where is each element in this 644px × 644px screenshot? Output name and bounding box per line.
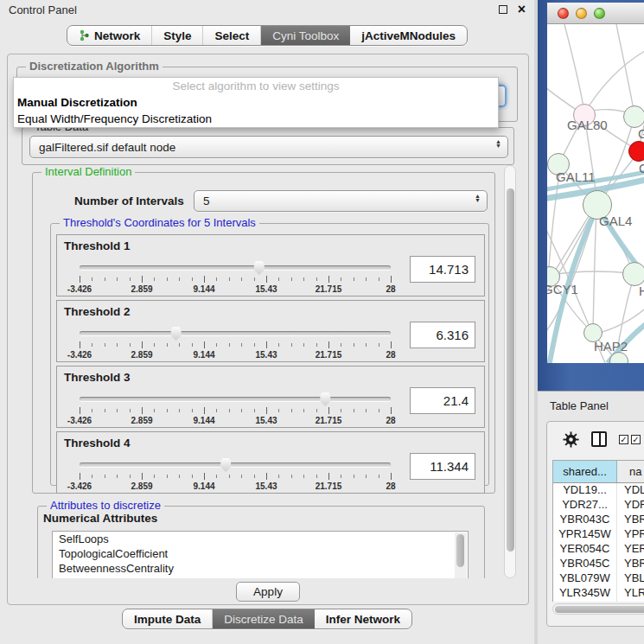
tab-style[interactable]: Style: [152, 26, 203, 45]
threshold-4-slider[interactable]: -3.4262.8599.14415.4321.71528: [80, 456, 391, 491]
table-panel-toolbar: ✓ ✓: [547, 422, 644, 456]
tab-cyni-toolbox[interactable]: Cyni Toolbox: [261, 26, 350, 45]
dropdown-item-equal-width-frequency[interactable]: Equal Width/Frequency Discretization: [14, 111, 498, 127]
table-cell: YPR1: [617, 527, 644, 542]
table-row[interactable]: YPR145WYPR1: [553, 527, 644, 542]
threshold-1-slider[interactable]: -3.4262.8599.14415.4321.71528: [80, 259, 391, 294]
attributes-list-scrollbar[interactable]: [455, 532, 467, 578]
slider-tick-labels: -3.4262.8599.14415.4321.71528: [80, 284, 391, 294]
node-attribute-table: shared... na YDL19...YDL1 YDR27...YDR2 Y…: [552, 460, 644, 602]
tab-discretize-data[interactable]: Discretize Data: [213, 609, 315, 628]
table-row[interactable]: YIL052CYIL0: [553, 601, 644, 602]
tab-cyni-toolbox-label: Cyni Toolbox: [272, 29, 339, 42]
table-row[interactable]: YER054CYER0: [553, 542, 644, 557]
table-cell: YDR2: [617, 498, 644, 513]
network-node-selected[interactable]: [628, 141, 644, 162]
checkbox-checked-icon: ✓: [619, 435, 628, 444]
threshold-2-label: Threshold 2: [64, 305, 131, 318]
table-horizontal-scrollbar[interactable]: [552, 603, 644, 615]
checkbox-checked-icon: ✓: [631, 435, 641, 444]
table-cell: YER054C: [553, 542, 617, 557]
slider-ticks: [80, 276, 391, 284]
tab-discretize-data-label: Discretize Data: [224, 613, 303, 626]
minimize-traffic-light-icon[interactable]: [576, 8, 587, 19]
list-item[interactable]: TopologicalCoefficient: [53, 546, 468, 561]
node-label: H: [639, 284, 644, 298]
float-window-icon[interactable]: [499, 5, 507, 14]
slider-ticks: [80, 473, 391, 481]
threshold-1-label: Threshold 1: [64, 239, 131, 252]
tab-impute-data-label: Impute Data: [134, 613, 201, 626]
threshold-2-slider[interactable]: -3.4262.8599.14415.4321.71528: [80, 325, 391, 360]
tab-jactivemnodules[interactable]: jActiveMNodules: [350, 26, 467, 45]
threshold-2-panel: Threshold 2 -3.4262.8599.14415.4321.7152…: [56, 300, 485, 362]
column-visibility-icons[interactable]: ✓ ✓: [619, 435, 641, 444]
threshold-3-value-field[interactable]: 21.4: [410, 387, 475, 414]
threshold-3-label: Threshold 3: [64, 371, 131, 384]
tab-impute-data[interactable]: Impute Data: [123, 609, 213, 628]
table-row[interactable]: YBR045CYBR0: [553, 557, 644, 571]
node-label: GCY1: [547, 282, 578, 296]
slider-track[interactable]: [80, 265, 391, 270]
table-data-combobox-value: galFiltered.sif default node: [39, 141, 175, 154]
table-row[interactable]: YDR27...YDR2: [553, 498, 644, 513]
threshold-3-slider[interactable]: -3.4262.8599.14415.4321.71528: [80, 391, 391, 425]
table-cell: YDL1: [617, 483, 644, 498]
scrollbar-thumb[interactable]: [456, 534, 464, 567]
discretization-algorithm-group-title: Discretization Algorithm: [26, 60, 163, 73]
table-row[interactable]: YBL079WYBL0: [553, 571, 644, 586]
threshold-4-value-field[interactable]: 11.344: [410, 453, 475, 480]
scrollbar-thumb[interactable]: [555, 606, 644, 613]
table-row[interactable]: YBR043CYBR0: [553, 513, 644, 527]
network-icon: [79, 29, 90, 41]
slider-ticks: [80, 407, 391, 415]
table-cell: YIL052C: [553, 601, 617, 602]
list-item[interactable]: BetweennessCentrality: [53, 561, 468, 576]
tab-select[interactable]: Select: [203, 26, 261, 45]
slider-ticks: [80, 341, 391, 349]
control-panel-titlebar: Control Panel ×: [0, 0, 534, 19]
list-item[interactable]: SelfLoops: [53, 532, 468, 546]
slider-track[interactable]: [80, 331, 391, 335]
tab-infer-network-label: Infer Network: [326, 613, 400, 626]
table-cell: YBR043C: [553, 513, 617, 527]
table-row[interactable]: YLR345WYLR3: [553, 586, 644, 601]
settings-scrollbar[interactable]: [504, 165, 516, 578]
tab-infer-network[interactable]: Infer Network: [315, 609, 411, 628]
slider-thumb[interactable]: [169, 326, 182, 341]
number-of-intervals-combobox[interactable]: 5 ▲▼: [194, 190, 488, 212]
close-traffic-light-icon[interactable]: [558, 8, 569, 19]
table-cell: YBR0: [617, 557, 644, 571]
network-node[interactable]: [623, 105, 644, 128]
network-canvas[interactable]: GAL80 G C GAL11 GAL4 GCY1 H HAP2: [547, 24, 644, 363]
split-columns-icon[interactable]: [591, 431, 607, 447]
network-window-titlebar: [547, 3, 644, 24]
dropdown-placeholder-item[interactable]: Select algorithm to view settings: [14, 78, 498, 94]
table-panel: Table Panel ✓ ✓: [538, 391, 644, 644]
table-data-combobox[interactable]: galFiltered.sif default node ▲▼: [29, 136, 508, 158]
top-tab-bar: Network Style Select Cyni Toolbox jActiv…: [0, 25, 534, 46]
threshold-1-value-field[interactable]: 14.713: [410, 256, 475, 283]
zoom-traffic-light-icon[interactable]: [594, 8, 605, 19]
slider-thumb[interactable]: [319, 392, 332, 406]
network-node[interactable]: [622, 262, 644, 286]
numerical-attributes-list[interactable]: SelfLoops TopologicalCoefficient Between…: [52, 531, 469, 578]
column-header-shared-name[interactable]: shared...: [553, 461, 617, 482]
slider-track[interactable]: [80, 462, 391, 467]
table-cell: YLR345W: [553, 586, 617, 601]
table-cell: YBR045C: [553, 557, 617, 571]
slider-track[interactable]: [80, 397, 391, 401]
close-icon[interactable]: ×: [518, 5, 526, 14]
threshold-2-value-field[interactable]: 6.316: [410, 322, 475, 348]
slider-thumb[interactable]: [252, 260, 265, 275]
gear-icon[interactable]: [563, 431, 579, 448]
table-row[interactable]: YDL19...YDL1: [553, 483, 644, 498]
dropdown-item-manual-discretization[interactable]: Manual Discretization: [14, 94, 498, 111]
network-view-window: GAL80 G C GAL11 GAL4 GCY1 H HAP2: [538, 0, 644, 391]
slider-thumb[interactable]: [220, 457, 233, 472]
tab-network[interactable]: Network: [67, 26, 152, 45]
apply-button[interactable]: Apply: [236, 582, 300, 602]
scrollbar-thumb[interactable]: [507, 188, 514, 552]
apply-button-label: Apply: [253, 585, 283, 598]
column-header-name[interactable]: na: [617, 461, 644, 482]
